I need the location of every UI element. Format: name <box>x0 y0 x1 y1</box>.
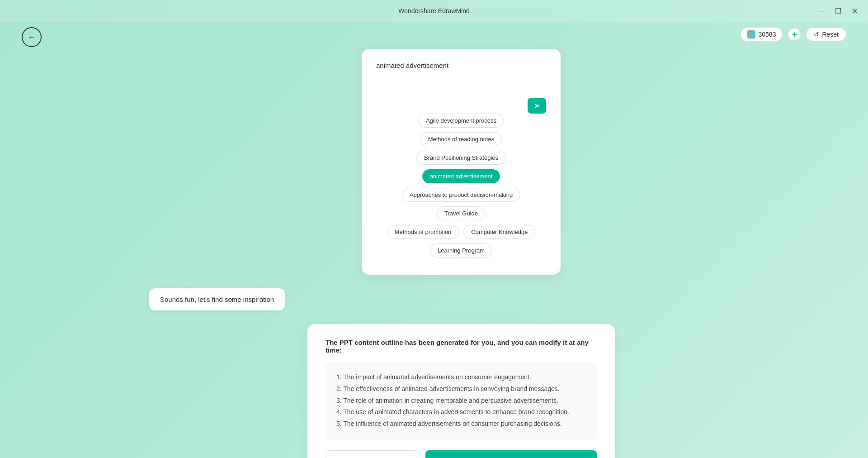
outline-item-2: 2. The effectiveness of animated adverti… <box>336 384 586 395</box>
chip-animated-ad[interactable]: animated advertisement <box>422 169 500 183</box>
window-controls: — ❐ ✕ <box>816 5 861 17</box>
ai-response-message: Sounds fun, let's find some inspiration <box>149 288 285 310</box>
outline-content-box: 1. The impact of animated advertisements… <box>326 363 597 439</box>
chip-product-decision[interactable]: Approaches to product decision-making <box>402 188 520 202</box>
chip-computer-knowledge[interactable]: Computer Knowledge <box>463 225 535 239</box>
app-title: Wondershare EdrawMind <box>398 7 470 14</box>
outline-item-1: 1. The impact of animated advertisements… <box>336 372 586 383</box>
outline-item-3: 3. The role of animation in creating mem… <box>336 396 586 406</box>
send-icon: ➤ <box>534 102 540 110</box>
chip-reading-notes[interactable]: Methods of reading notes <box>420 132 502 146</box>
titlebar: Wondershare EdrawMind — ❐ ✕ <box>0 0 868 22</box>
chip-agile[interactable]: Agile development process <box>418 114 504 128</box>
chips-row-3: Approaches to product decision-making Tr… <box>376 188 546 220</box>
ai-suggestion-card: ➤ Agile development process Methods of r… <box>362 49 561 275</box>
suggestion-chips: Agile development process Methods of rea… <box>376 114 546 258</box>
outline-item-4: 4. The use of animated characters in adv… <box>336 407 586 418</box>
chips-row-4: Methods of promotion Computer Knowledge … <box>376 225 546 258</box>
chips-row-1: Agile development process Methods of rea… <box>376 114 546 146</box>
send-button[interactable]: ➤ <box>528 98 546 114</box>
chip-travel-guide[interactable]: Travel Guide <box>437 206 486 220</box>
ppt-outline-title: The PPT content outline has been generat… <box>326 339 597 354</box>
main-content: ➤ Agile development process Methods of r… <box>0 22 868 458</box>
outline-item-5: 5. The influence of animated advertiseme… <box>336 419 586 429</box>
chip-methods-promotion[interactable]: Methods of promotion <box>387 225 459 239</box>
generate-ppt-button[interactable]: Generate PPT <box>425 450 597 458</box>
response-text: Sounds fun, let's find some inspiration <box>160 296 274 303</box>
chips-row-2: Brand Positioning Strategies animated ad… <box>376 151 546 183</box>
ppt-outline-card: The PPT content outline has been generat… <box>307 324 615 458</box>
topic-input[interactable] <box>376 62 546 89</box>
outline-actions: Regenerate Generate PPT <box>326 450 597 458</box>
minimize-button[interactable]: — <box>816 5 828 17</box>
chip-brand-positioning[interactable]: Brand Positioning Strategies <box>416 151 506 165</box>
chip-learning-program[interactable]: Learning Program <box>430 243 492 258</box>
regenerate-button[interactable]: Regenerate <box>326 450 418 458</box>
close-button[interactable]: ✕ <box>848 5 861 17</box>
maximize-button[interactable]: ❐ <box>832 5 844 17</box>
